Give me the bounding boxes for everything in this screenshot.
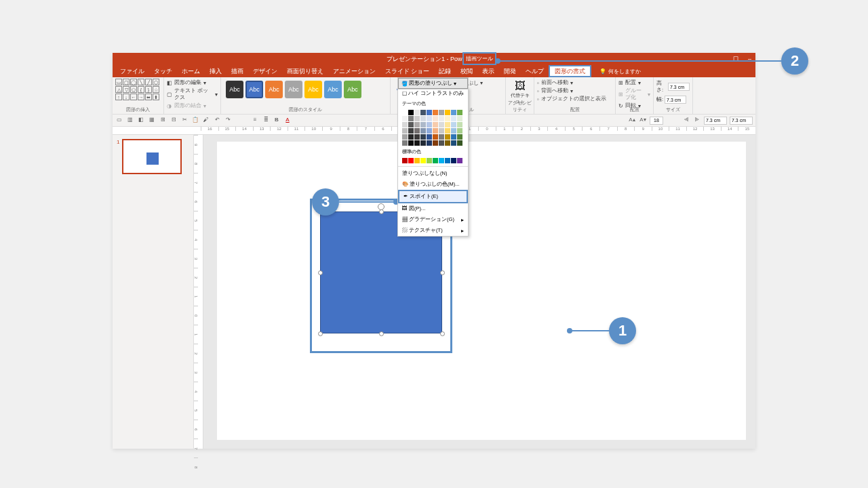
color-swatch[interactable] bbox=[439, 110, 444, 115]
color-swatch[interactable] bbox=[451, 110, 456, 115]
no-fill-option[interactable]: 塗りつぶしなし(N) bbox=[398, 168, 468, 179]
qat-icon[interactable]: ⊞ bbox=[159, 117, 167, 125]
color-swatch[interactable] bbox=[420, 116, 426, 121]
drawing-tools-contextual-tab[interactable]: 描画ツール bbox=[462, 52, 496, 65]
tab-file[interactable]: ファイル bbox=[115, 65, 149, 77]
qat-icon[interactable]: ▥ bbox=[126, 117, 134, 125]
color-swatch[interactable] bbox=[439, 134, 444, 140]
edit-shape-button[interactable]: ◧図形の編集 ▾ bbox=[167, 79, 218, 87]
color-swatch[interactable] bbox=[427, 110, 432, 115]
style-swatch-6[interactable]: Abc bbox=[324, 81, 342, 98]
color-swatch[interactable] bbox=[457, 158, 462, 163]
qat-icon[interactable]: ✂ bbox=[180, 117, 189, 125]
color-swatch[interactable] bbox=[408, 134, 414, 140]
tab-help[interactable]: ヘルプ bbox=[521, 65, 549, 77]
slide-canvas[interactable] bbox=[217, 142, 746, 440]
tab-animations[interactable]: アニメーション bbox=[328, 65, 380, 77]
style-swatch-5[interactable]: Abc bbox=[304, 81, 322, 98]
color-swatch[interactable] bbox=[433, 158, 438, 163]
color-swatch[interactable] bbox=[420, 134, 426, 140]
color-swatch[interactable] bbox=[414, 128, 420, 134]
tab-draw[interactable]: 描画 bbox=[226, 65, 248, 77]
color-swatch[interactable] bbox=[451, 158, 456, 163]
color-swatch[interactable] bbox=[439, 128, 444, 134]
color-swatch[interactable] bbox=[457, 140, 462, 146]
color-swatch[interactable] bbox=[451, 134, 456, 140]
slide-canvas-area[interactable] bbox=[203, 135, 755, 449]
resize-handle[interactable] bbox=[318, 270, 323, 275]
color-swatch[interactable] bbox=[408, 128, 414, 134]
color-swatch[interactable] bbox=[445, 122, 450, 127]
color-swatch[interactable] bbox=[427, 122, 432, 127]
high-contrast-toggle[interactable]: ☐ ハイ コントラストのみ bbox=[398, 88, 468, 99]
font-color-icon[interactable]: A bbox=[283, 117, 292, 125]
color-swatch[interactable] bbox=[451, 116, 456, 121]
ribbon-display-icon[interactable]: ☐ bbox=[733, 53, 738, 65]
tab-developer[interactable]: 開発 bbox=[499, 65, 521, 77]
align-button[interactable]: ⊞ 配置 ▾ bbox=[618, 79, 650, 87]
style-swatch-2[interactable]: Abc bbox=[245, 81, 263, 98]
color-swatch[interactable] bbox=[420, 140, 426, 146]
shape-fill-dropdown-button[interactable]: 🪣図形の塗りつぶし ▾ bbox=[397, 77, 469, 89]
color-swatch[interactable] bbox=[414, 134, 420, 140]
align-icon[interactable]: ⫷ bbox=[682, 117, 690, 125]
color-swatch[interactable] bbox=[433, 134, 438, 140]
color-swatch[interactable] bbox=[414, 110, 420, 115]
shape-width-input[interactable] bbox=[665, 96, 686, 104]
color-swatch[interactable] bbox=[402, 122, 408, 127]
color-swatch[interactable] bbox=[408, 110, 414, 115]
style-swatch-4[interactable]: Abc bbox=[285, 81, 302, 98]
color-swatch[interactable] bbox=[420, 122, 426, 127]
align-icon[interactable]: ⫸ bbox=[693, 117, 701, 125]
text-box-button[interactable]: ▢テキスト ボックス ▾ bbox=[167, 87, 218, 102]
eyedropper-option[interactable]: ✒ スポイト(E) bbox=[398, 190, 468, 203]
alt-text-icon[interactable]: 🖼 bbox=[509, 80, 531, 92]
font-decrease-icon[interactable]: A▾ bbox=[639, 117, 647, 125]
color-swatch[interactable] bbox=[402, 140, 408, 146]
color-swatch[interactable] bbox=[439, 140, 444, 146]
color-swatch[interactable] bbox=[427, 128, 432, 134]
color-swatch[interactable] bbox=[402, 116, 408, 121]
qat-icon[interactable]: ≣ bbox=[262, 117, 270, 125]
qat-icon[interactable]: ◧ bbox=[137, 117, 145, 125]
group-button[interactable]: ⊞ グループ化 ▾ bbox=[618, 87, 650, 102]
tab-home[interactable]: ホーム bbox=[177, 65, 205, 77]
qat-icon[interactable]: ▦ bbox=[148, 117, 156, 125]
qat-icon[interactable]: ↷ bbox=[224, 117, 232, 125]
color-swatch[interactable] bbox=[402, 110, 408, 115]
color-swatch[interactable] bbox=[433, 140, 438, 146]
resize-handle[interactable] bbox=[318, 331, 323, 336]
dim-input-2[interactable] bbox=[730, 117, 753, 125]
slide-thumbnail-1[interactable] bbox=[122, 139, 182, 174]
color-swatch[interactable] bbox=[445, 128, 450, 134]
bring-forward-button[interactable]: ▫ 前面へ移動 ▾ bbox=[537, 79, 612, 87]
color-swatch[interactable] bbox=[457, 134, 462, 140]
color-swatch[interactable] bbox=[433, 128, 438, 134]
color-swatch[interactable] bbox=[445, 140, 450, 146]
send-backward-button[interactable]: ▫ 背面へ移動 ▾ bbox=[537, 87, 612, 95]
tab-insert[interactable]: 挿入 bbox=[205, 65, 226, 77]
color-swatch[interactable] bbox=[457, 122, 462, 127]
color-swatch[interactable] bbox=[427, 134, 432, 140]
color-swatch[interactable] bbox=[427, 116, 432, 121]
tell-me-search[interactable]: 💡 何をしますか bbox=[599, 68, 641, 75]
resize-handle[interactable] bbox=[379, 209, 384, 214]
color-swatch[interactable] bbox=[433, 116, 438, 121]
color-swatch[interactable] bbox=[420, 128, 426, 134]
qat-icon[interactable]: 📋 bbox=[191, 117, 199, 125]
color-swatch[interactable] bbox=[420, 158, 426, 163]
tab-record[interactable]: 記録 bbox=[434, 65, 456, 77]
color-swatch[interactable] bbox=[457, 116, 462, 121]
color-swatch[interactable] bbox=[427, 140, 432, 146]
color-swatch[interactable] bbox=[457, 110, 462, 115]
resize-handle[interactable] bbox=[379, 331, 384, 336]
color-swatch[interactable] bbox=[408, 116, 414, 121]
color-swatch[interactable] bbox=[451, 140, 456, 146]
color-swatch[interactable] bbox=[433, 110, 438, 115]
color-swatch[interactable] bbox=[414, 140, 420, 146]
color-swatch[interactable] bbox=[408, 140, 414, 146]
qat-icon[interactable]: ▭ bbox=[115, 117, 123, 125]
resize-handle[interactable] bbox=[440, 270, 445, 275]
font-increase-icon[interactable]: A▴ bbox=[628, 117, 636, 125]
resize-handle[interactable] bbox=[440, 331, 445, 336]
